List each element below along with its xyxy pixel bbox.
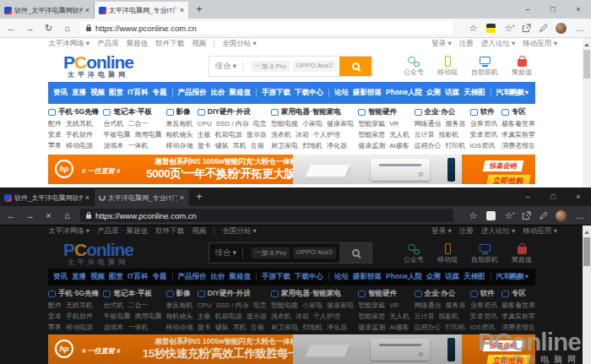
- category-link[interactable]: SSD / 内存: [216, 300, 249, 311]
- category-link[interactable]: 健康家电: [327, 300, 354, 311]
- category-link[interactable]: 洗衣机: [271, 311, 291, 322]
- nav-link[interactable]: 专题: [153, 88, 167, 98]
- category-link[interactable]: 求真实验室: [502, 311, 535, 322]
- category-link[interactable]: AI极客: [389, 322, 409, 333]
- category-link[interactable]: 相机镜头: [166, 129, 193, 140]
- forward-icon[interactable]: →: [24, 211, 35, 220]
- category-link[interactable]: 显卡: [198, 322, 211, 333]
- category-link[interactable]: 个人护理: [313, 129, 340, 140]
- nav-link[interactable]: 视频: [90, 272, 105, 282]
- share-icon[interactable]: [522, 24, 531, 33]
- category-header[interactable]: 影像: [166, 106, 193, 118]
- category-link[interactable]: AI极客: [389, 140, 409, 151]
- category-header[interactable]: 专区: [502, 106, 535, 118]
- menu-dots-icon[interactable]: …: [574, 211, 585, 220]
- nav-link[interactable]: 话媒: [445, 272, 459, 282]
- nav-link[interactable]: 论坛: [334, 272, 349, 282]
- category-header[interactable]: 企业·办公: [415, 288, 466, 300]
- browser-tab-software[interactable]: 软件_太平洋电脑网软件资讯频道 ×: [0, 2, 95, 19]
- category-link[interactable]: 主板: [198, 129, 211, 140]
- category-link[interactable]: 健康监测: [358, 140, 385, 151]
- page-scrollbar[interactable]: [583, 225, 591, 364]
- category-link[interactable]: 云计算: [415, 129, 435, 140]
- new-tab-button[interactable]: +: [189, 3, 209, 15]
- nav-link[interactable]: 资讯: [53, 272, 68, 282]
- add-favorite-icon[interactable]: ☆: [503, 24, 514, 33]
- category-link[interactable]: 网络通信: [415, 300, 442, 311]
- category-link[interactable]: 冰箱: [296, 311, 309, 322]
- utility-link[interactable]: 视频: [192, 39, 206, 49]
- quick-link-deals[interactable]: 聚超值: [512, 56, 532, 76]
- category-link[interactable]: 主板: [198, 311, 211, 322]
- category-link[interactable]: 手机软件: [66, 129, 93, 140]
- category-link[interactable]: 健康监测: [358, 322, 385, 333]
- category-link[interactable]: 业界资讯: [470, 118, 497, 129]
- maximize-button[interactable]: □: [540, 187, 566, 206]
- maximize-button[interactable]: □: [540, 0, 566, 19]
- category-link[interactable]: SSD / 内存: [216, 118, 249, 129]
- address-bar[interactable]: https://www.pconline.com.cn: [80, 21, 453, 35]
- category-link[interactable]: 安卓资讯: [470, 129, 497, 140]
- utility-link[interactable]: 移动应用 ▾: [523, 226, 557, 236]
- nav-link[interactable]: 直播: [72, 272, 86, 282]
- utility-link[interactable]: 进入论坛 ▾: [481, 39, 516, 49]
- search-button[interactable]: [339, 243, 371, 263]
- close-button[interactable]: ×: [566, 187, 591, 206]
- quick-link-wechat[interactable]: 公众号: [404, 243, 424, 263]
- search-input[interactable]: 一加 8 ProOPPO Ace2: [243, 247, 339, 258]
- hot-search-tag[interactable]: OPPO Ace2: [293, 247, 336, 258]
- quick-link-deals[interactable]: 聚超值: [512, 243, 532, 263]
- nav-link[interactable]: 摄影部落: [353, 272, 382, 282]
- minimize-button[interactable]: –: [515, 0, 540, 19]
- nav-link[interactable]: 视频: [90, 88, 105, 98]
- favorite-star-icon[interactable]: ☆: [468, 24, 479, 33]
- utility-link[interactable]: 移动应用 ▾: [523, 39, 557, 49]
- quick-link-mobile[interactable]: 移动端: [437, 243, 458, 263]
- category-link[interactable]: 键鼠: [215, 322, 229, 333]
- category-link[interactable]: 洗衣机: [271, 129, 291, 140]
- category-link[interactable]: 耳机: [233, 140, 247, 151]
- profile-avatar[interactable]: [556, 210, 567, 221]
- category-header[interactable]: DIY硬件·外设: [198, 288, 267, 300]
- nav-link[interactable]: 资讯: [53, 88, 68, 98]
- category-link[interactable]: 电竞: [253, 300, 267, 311]
- utility-link[interactable]: 产品库: [97, 39, 119, 49]
- category-link[interactable]: 净化器: [327, 140, 347, 151]
- utility-link[interactable]: 注册: [459, 226, 474, 236]
- category-link[interactable]: 无线耳机: [66, 300, 93, 311]
- category-header[interactable]: 家用电器·智能家电: [271, 288, 354, 300]
- nav-link[interactable]: Phone人院: [386, 272, 422, 282]
- category-link[interactable]: 个人护理: [313, 311, 340, 322]
- hot-search-tag[interactable]: OPPO Ace2: [293, 61, 336, 72]
- utility-link[interactable]: 产品库: [97, 226, 119, 236]
- utility-link[interactable]: 注册: [459, 39, 474, 49]
- category-link[interactable]: 显卡: [198, 140, 211, 151]
- category-link[interactable]: VR: [389, 300, 399, 311]
- category-link[interactable]: 配件: [48, 300, 62, 311]
- nav-link[interactable]: 产品报价: [178, 88, 207, 98]
- quick-link-wechat[interactable]: 公众号: [404, 56, 424, 76]
- category-link[interactable]: 音频: [251, 140, 264, 151]
- favorite-star-icon[interactable]: ☆: [468, 211, 479, 220]
- category-link[interactable]: 相机镜头: [166, 311, 193, 322]
- utility-link[interactable]: 聚超值: [127, 226, 149, 236]
- category-link[interactable]: iOS资讯: [470, 140, 495, 151]
- nav-link[interactable]: 图赏: [109, 272, 123, 282]
- back-icon[interactable]: ←: [6, 211, 17, 220]
- category-link[interactable]: 显示器: [247, 311, 267, 322]
- category-link[interactable]: 远程办公: [415, 322, 442, 333]
- category-link[interactable]: 游戏本: [103, 322, 123, 333]
- buy-now-button[interactable]: 立即抢购: [485, 355, 530, 364]
- page-scrollbar[interactable]: [583, 38, 591, 187]
- category-link[interactable]: 无人机: [389, 311, 409, 322]
- category-header[interactable]: 智能硬件: [358, 288, 409, 300]
- category-link[interactable]: 平板电脑: [103, 311, 130, 322]
- extension-icon[interactable]: [486, 211, 496, 220]
- category-header[interactable]: DIY硬件·外设: [198, 106, 267, 118]
- forward-icon[interactable]: →: [24, 24, 35, 33]
- annotate-pen-icon[interactable]: [539, 211, 548, 220]
- category-link[interactable]: 净化器: [327, 322, 347, 333]
- category-header[interactable]: 手机·5G先锋: [48, 288, 99, 300]
- category-link[interactable]: 显示器: [247, 129, 267, 140]
- category-link[interactable]: 商用电脑: [134, 311, 161, 322]
